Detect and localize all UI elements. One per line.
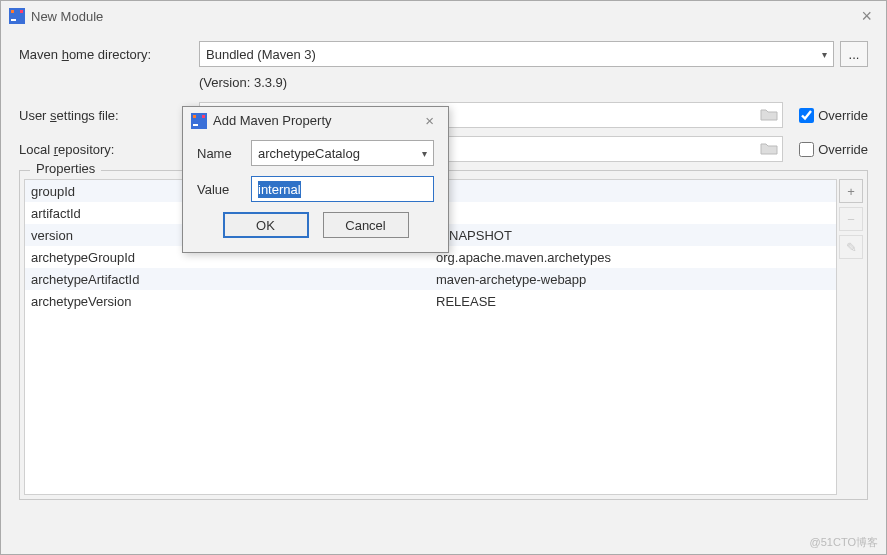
name-row: Name archetypeCatalog ▾ — [197, 140, 434, 166]
maven-version-text: (Version: 3.3.9) — [19, 75, 868, 90]
name-label: Name — [197, 146, 251, 161]
value-label: Value — [197, 182, 251, 197]
svg-rect-2 — [11, 10, 14, 13]
name-combo-value: archetypeCatalog — [258, 146, 360, 161]
chevron-down-icon: ▾ — [422, 148, 427, 159]
user-settings-label: User settings file: — [19, 108, 199, 123]
folder-icon[interactable] — [760, 141, 778, 158]
window-title: New Module — [31, 9, 855, 24]
watermark-text: @51CTO博客 — [810, 535, 878, 550]
folder-icon[interactable] — [760, 107, 778, 124]
name-combo[interactable]: archetypeCatalog ▾ — [251, 140, 434, 166]
value-row: Value internal — [197, 176, 434, 202]
local-repo-label: Local repository: — [19, 142, 199, 157]
dialog-close-button[interactable]: × — [419, 112, 440, 129]
cancel-label: Cancel — [345, 218, 385, 233]
dialog-buttons: OK Cancel — [197, 212, 434, 238]
maven-home-row: Maven home directory: Bundled (Maven 3) … — [19, 41, 868, 67]
edit-property-button[interactable]: ✎ — [839, 235, 863, 259]
settings-override-box[interactable] — [799, 108, 814, 123]
properties-group-label: Properties — [30, 161, 101, 176]
prop-val: org.apache.maven.archetypes — [436, 250, 830, 265]
prop-val: -SNAPSHOT — [436, 228, 830, 243]
maven-home-label: Maven home directory: — [19, 47, 199, 62]
add-maven-property-dialog: Add Maven Property × Name archetypeCatal… — [182, 106, 449, 253]
table-row[interactable]: archetypeArtifactIdmaven-archetype-webap… — [25, 268, 836, 290]
cancel-button[interactable]: Cancel — [323, 212, 409, 238]
plus-icon: + — [847, 184, 855, 199]
content-area: Maven home directory: Bundled (Maven 3) … — [1, 31, 886, 500]
svg-rect-5 — [193, 124, 198, 126]
settings-override-checkbox[interactable]: Override — [795, 105, 868, 126]
repo-override-label: Override — [818, 142, 868, 157]
chevron-down-icon: ▾ — [822, 49, 827, 60]
pencil-icon: ✎ — [846, 240, 857, 255]
dialog-titlebar: Add Maven Property × — [183, 107, 448, 134]
maven-home-combo[interactable]: Bundled (Maven 3) ▾ — [199, 41, 834, 67]
settings-override-label: Override — [818, 108, 868, 123]
svg-rect-3 — [20, 10, 23, 13]
ok-label: OK — [256, 218, 275, 233]
prop-key: archetypeArtifactId — [31, 272, 436, 287]
prop-val: RELEASE — [436, 294, 830, 309]
repo-override-box[interactable] — [799, 142, 814, 157]
properties-side-toolbar: + − ✎ — [839, 179, 863, 259]
prop-val: maven-archetype-webapp — [436, 272, 830, 287]
intellij-icon — [9, 8, 25, 24]
table-row[interactable]: archetypeVersionRELEASE — [25, 290, 836, 312]
svg-rect-6 — [193, 115, 196, 118]
ok-button[interactable]: OK — [223, 212, 309, 238]
titlebar: New Module × — [1, 1, 886, 31]
minus-icon: − — [847, 212, 855, 227]
intellij-icon — [191, 113, 207, 129]
svg-rect-7 — [202, 115, 205, 118]
svg-rect-1 — [11, 19, 16, 21]
ellipsis-label: ... — [849, 47, 860, 62]
remove-property-button[interactable]: − — [839, 207, 863, 231]
maven-home-value: Bundled (Maven 3) — [206, 47, 316, 62]
maven-home-browse-button[interactable]: ... — [840, 41, 868, 67]
new-module-window: New Module × Maven home directory: Bundl… — [0, 0, 887, 555]
repo-override-checkbox[interactable]: Override — [795, 139, 868, 160]
value-input[interactable]: internal — [251, 176, 434, 202]
window-close-button[interactable]: × — [855, 6, 878, 27]
dialog-body: Name archetypeCatalog ▾ Value internal O… — [183, 134, 448, 252]
value-input-text: internal — [258, 181, 301, 198]
prop-key: archetypeVersion — [31, 294, 436, 309]
dialog-title: Add Maven Property — [213, 113, 419, 128]
add-property-button[interactable]: + — [839, 179, 863, 203]
